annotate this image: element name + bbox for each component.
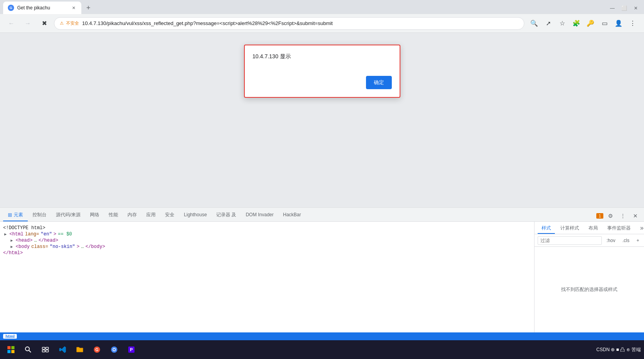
warning-icon: ⚠ — [59, 21, 65, 26]
cls-button[interactable]: .cls — [620, 236, 632, 245]
security-label: 不安全 — [66, 20, 79, 26]
tab-favicon: G — [8, 5, 14, 11]
code-line-head[interactable]: ▶ <head> … </head> — [0, 237, 534, 244]
git-icon: G — [93, 346, 101, 354]
right-panel-tab-event-listeners[interactable]: 事件监听器 — [603, 223, 635, 234]
svg-point-15 — [113, 349, 115, 351]
minimize-button[interactable]: — — [607, 3, 617, 13]
sidebar-button[interactable]: ▭ — [598, 17, 611, 30]
right-panel-tab-styles[interactable]: 样式 — [538, 223, 555, 234]
devtools-badge: 1 — [596, 213, 603, 219]
devtools-close-button[interactable]: ✕ — [630, 210, 641, 221]
right-panel-tab-computed[interactable]: 计算样式 — [556, 223, 583, 234]
start-button[interactable] — [3, 342, 19, 357]
code-line-html[interactable]: ▶ <html lang= "en" > == $0 — [0, 231, 534, 237]
devtools-tab-lighthouse[interactable]: Lighthouse — [179, 209, 212, 221]
tab-bar: G Get the pikachu ✕ + — ⬜ ✕ — [0, 0, 644, 14]
extension-button[interactable]: 🔑 — [584, 17, 597, 30]
new-tab-button[interactable]: + — [83, 2, 94, 13]
tab-title: Get the pikachu — [17, 5, 67, 11]
browser-frame: G Get the pikachu ✕ + — ⬜ ✕ ← → ✖ ⚠ 不安全 … — [0, 0, 644, 359]
close-tab-button[interactable]: ✕ — [70, 5, 77, 11]
devtools-styles-panel: 样式 计算样式 布局 事件监听器 » :hov .cls + 🔵 找 — [535, 222, 644, 332]
svg-rect-8 — [42, 350, 45, 352]
taskbar-chrome[interactable] — [106, 342, 122, 357]
reload-button[interactable]: ✖ — [38, 17, 51, 30]
browser-tab[interactable]: G Get the pikachu ✕ — [3, 2, 81, 14]
expand-head-arrow[interactable]: ▶ — [9, 238, 14, 243]
forward-button[interactable]: → — [21, 17, 34, 30]
add-style-button[interactable]: + — [634, 236, 642, 245]
browser-content: 10.4.7.130 显示 确定 — [0, 33, 644, 207]
alert-dialog: 10.4.7.130 显示 确定 — [244, 45, 400, 98]
taskbar-task-view[interactable] — [38, 342, 53, 357]
taskview-icon — [42, 346, 49, 353]
right-panel-tab-bar: 样式 计算样式 布局 事件监听器 » — [535, 222, 644, 234]
right-panel-toolbar: :hov .cls + 🔵 — [535, 234, 644, 247]
right-panel-tab-layout[interactable]: 布局 — [585, 223, 602, 234]
svg-point-4 — [25, 347, 29, 351]
devtools-tab-right-controls: 1 ⚙ ⋮ ✕ — [596, 210, 641, 221]
devtools-tab-performance[interactable]: 性能 — [104, 209, 123, 221]
devtools-panel: ⊞ 元素 控制台 源代码/来源 网络 性能 内存 — [0, 207, 644, 340]
svg-rect-1 — [11, 346, 14, 349]
devtools-settings-button[interactable]: ⚙ — [605, 210, 616, 221]
devtools-tab-hackbar[interactable]: HackBar — [278, 209, 306, 221]
close-window-button[interactable]: ✕ — [631, 3, 641, 13]
devtools-tab-sources[interactable]: 源代码/来源 — [51, 209, 85, 221]
devtools-tab-dom-invader[interactable]: DOM Invader — [241, 209, 278, 221]
taskbar-explorer[interactable] — [72, 342, 88, 357]
hov-button[interactable]: :hov — [604, 236, 618, 245]
status-tag: html — [3, 334, 17, 339]
svg-rect-7 — [46, 347, 48, 349]
expand-html-arrow[interactable]: ▶ — [3, 232, 8, 237]
zoom-button[interactable]: 🔍 — [527, 17, 541, 30]
taskbar: G P CSDN ⊕ ■ 凸 ⊕ 苦端 — [0, 340, 644, 359]
styles-filter-input[interactable] — [538, 236, 602, 245]
svg-text:P: P — [130, 347, 133, 352]
menu-button[interactable]: ⋮ — [626, 17, 639, 30]
devtools-tab-elements-icon: ⊞ — [8, 212, 12, 218]
restore-button[interactable]: ⬜ — [619, 3, 629, 13]
alert-footer: 确定 — [253, 76, 392, 89]
system-tray: CSDN ⊕ ■ 凸 ⊕ 苦端 — [596, 346, 641, 353]
bookmark-button[interactable]: ☆ — [556, 17, 569, 30]
right-panel-tab-more[interactable]: » — [636, 223, 644, 234]
devtools-tab-memory[interactable]: 内存 — [123, 209, 142, 221]
right-panel-content: 找不到匹配的选择器或样式 — [535, 247, 644, 332]
code-line-doctype: <!DOCTYPE html> — [0, 225, 534, 231]
expand-body-arrow[interactable]: ▶ — [9, 244, 14, 249]
devtools-body: <!DOCTYPE html> ▶ <html lang= "en" > == … — [0, 222, 644, 332]
taskbar-search[interactable] — [20, 342, 36, 357]
explorer-icon — [76, 346, 84, 354]
profile-button[interactable]: 👤 — [612, 17, 625, 30]
address-bar[interactable]: ⚠ 不安全 10.4.7.130/pikachu/vul/xss/xss_ref… — [54, 17, 524, 30]
devtools-tab-recorder[interactable]: 记录器 及 — [212, 209, 241, 221]
devtools-tab-console[interactable]: 控制台 — [28, 209, 51, 221]
devtools-tab-network[interactable]: 网络 — [85, 209, 104, 221]
app-icon: P — [127, 346, 135, 354]
url-text[interactable]: 10.4.7.130/pikachu/vul/xss/xss_reflected… — [82, 20, 519, 26]
back-button[interactable]: ← — [5, 17, 18, 30]
svg-marker-10 — [59, 346, 66, 353]
code-line-close-html: </html> — [0, 250, 534, 256]
svg-rect-0 — [7, 346, 11, 349]
taskbar-app[interactable]: P — [124, 342, 139, 357]
devtools-tab-bar: ⊞ 元素 控制台 源代码/来源 网络 性能 内存 — [0, 208, 644, 222]
taskbar-vscode[interactable] — [55, 342, 70, 357]
taskbar-git[interactable]: G — [89, 342, 105, 357]
security-indicator: ⚠ 不安全 — [59, 20, 79, 26]
svg-text:G: G — [95, 348, 99, 352]
main-area: 10.4.7.130 显示 确定 ⊞ 元素 控制台 源代码/来源 — [0, 33, 644, 340]
devtools-tab-application[interactable]: 应用 — [142, 209, 160, 221]
devtools-more-button[interactable]: ⋮ — [617, 210, 628, 221]
share-button[interactable]: ➚ — [542, 17, 555, 30]
devtools-tab-security[interactable]: 安全 — [160, 209, 179, 221]
extensions-puzzle-button[interactable]: 🧩 — [570, 17, 583, 30]
alert-ok-button[interactable]: 确定 — [366, 76, 392, 89]
windows-icon — [7, 346, 14, 353]
devtools-tab-elements[interactable]: ⊞ 元素 — [3, 209, 28, 221]
code-line-body[interactable]: ▶ <body class= "no-skin" > … </body> — [0, 244, 534, 250]
search-icon — [25, 346, 32, 353]
nav-bar: ← → ✖ ⚠ 不安全 10.4.7.130/pikachu/vul/xss/x… — [0, 14, 644, 33]
